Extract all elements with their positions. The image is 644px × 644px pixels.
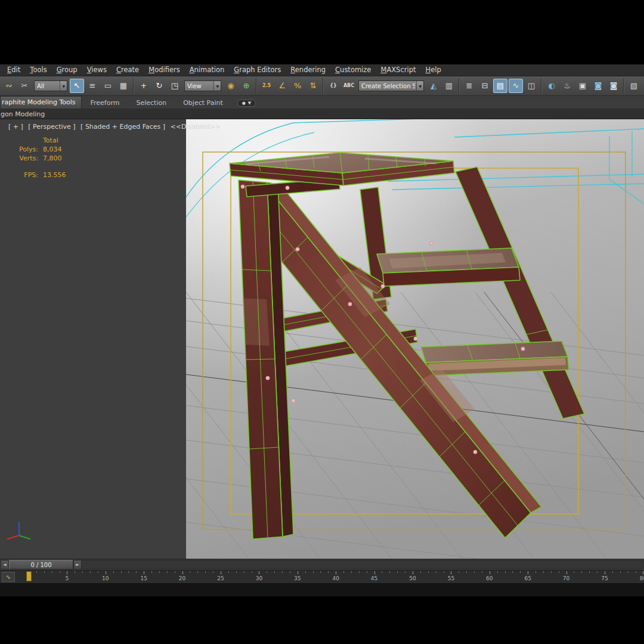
trackbar-tick <box>620 571 621 573</box>
use-pivot-point-button[interactable]: ◉ <box>224 79 238 93</box>
toolbar-separator <box>623 78 624 94</box>
percent-snap-button[interactable]: % <box>290 79 305 93</box>
ribbon-toggle-button[interactable]: ▤ <box>493 79 507 93</box>
menu-item[interactable]: Edit <box>2 64 25 76</box>
named-selection-sets-dropdown-value: Create Selection Se <box>361 83 415 89</box>
align-button[interactable]: ▥ <box>442 79 456 93</box>
ribbon-tab[interactable]: Object Paint <box>175 97 231 109</box>
trackbar-tick <box>128 571 129 573</box>
trackbar-tick <box>397 571 398 573</box>
trackbar-frame-label: 80 <box>640 575 644 581</box>
menu-item[interactable]: Customize <box>330 64 376 76</box>
trackbar-tick <box>60 571 60 573</box>
keyboard-override-button[interactable]: ABC <box>342 79 356 93</box>
main-toolbar: ∾✂All▼↖≡▭▦+↻◳View▼◉⊕2.5∠%⇅{}ABCCreate Se… <box>0 76 644 96</box>
ribbon-tabs: raphite Modeling Tools Freeform Selectio… <box>0 96 231 109</box>
trackbar-tick <box>574 571 574 573</box>
viewport-plus-menu[interactable]: [ + ] <box>8 123 23 131</box>
trackbar-tick <box>67 571 67 574</box>
curve-editor-button[interactable]: ∿ <box>509 79 523 93</box>
trackbar-tick <box>36 571 37 573</box>
reference-coordinate-dropdown[interactable]: View▼ <box>184 80 221 91</box>
menu-item[interactable]: Views <box>82 64 112 76</box>
trackbar-tick <box>213 571 213 573</box>
viewport-pov-menu[interactable]: [ Perspective ] <box>28 123 75 131</box>
snap-toggle-button[interactable]: 2.5 <box>259 79 274 93</box>
menu-item[interactable]: Help <box>420 64 445 76</box>
trackbar-tick <box>90 571 91 573</box>
ribbon-tab[interactable]: raphite Modeling Tools <box>0 96 82 109</box>
rectangular-selection-region-button[interactable]: ▭ <box>101 79 115 93</box>
trackbar-tick <box>636 571 636 573</box>
ribbon-tab[interactable]: Selection <box>128 97 175 109</box>
select-and-link-button[interactable]: ∾ <box>2 79 16 93</box>
menu-item[interactable]: Rendering <box>286 64 330 76</box>
trackbar-frame-label: 25 <box>217 575 224 581</box>
viewport-canvas[interactable] <box>186 119 644 559</box>
unlink-selection-button[interactable]: ✂ <box>17 79 32 93</box>
trackbar-tick <box>374 571 375 574</box>
select-and-scale-button[interactable]: ◳ <box>168 79 182 93</box>
time-slider-track[interactable] <box>82 560 643 569</box>
trackbar-tick <box>98 571 98 573</box>
viewport-shading-menu[interactable]: [ Shaded + Edged Faces ] <box>80 123 165 131</box>
ribbon-options-button[interactable]: ● ▼ <box>237 100 256 107</box>
menu-item[interactable]: MAXScript <box>376 64 420 76</box>
layer-manager-button[interactable]: ≣ <box>462 79 476 93</box>
angle-snap-button[interactable]: ∠ <box>275 79 289 93</box>
trackbar-tick <box>336 571 336 574</box>
extra-tool-button[interactable]: ▧ <box>627 79 641 93</box>
spinner-snap-button[interactable]: ⇅ <box>306 79 320 93</box>
ribbon-tab[interactable]: Freeform <box>82 97 128 109</box>
schematic-view-button[interactable]: ◫ <box>524 79 538 93</box>
ribbon-options-dot-icon: ● <box>242 101 246 106</box>
time-slider-handle[interactable]: 0 / 100 <box>9 560 73 569</box>
perspective-viewport[interactable]: [ + ] [ Perspective ] [ Shaded + Edged F… <box>0 119 644 559</box>
select-and-manipulate-button[interactable]: ⊕ <box>239 79 253 93</box>
trackbar-tick <box>474 571 475 573</box>
named-selection-sets-dropdown[interactable]: Create Selection Se▼ <box>358 80 424 91</box>
previous-frame-button[interactable]: ◄ <box>1 560 9 569</box>
trackbar-ruler[interactable]: 5101520253035404550556065707580 <box>0 571 644 583</box>
track-bar[interactable]: ∿ 5101520253035404550556065707580 <box>0 571 644 584</box>
select-and-move-button[interactable]: + <box>137 79 151 93</box>
trackbar-tick <box>182 571 183 574</box>
trackbar-tick <box>459 571 459 573</box>
select-by-name-button[interactable]: ≡ <box>85 79 100 93</box>
selection-filter-dropdown[interactable]: All▼ <box>34 80 67 91</box>
menu-item[interactable]: Group <box>52 64 82 76</box>
menu-item[interactable]: Graph Editors <box>229 64 286 76</box>
trackbar-tick <box>106 571 106 574</box>
material-editor-button[interactable]: ◐ <box>544 79 559 93</box>
render-iterative-button[interactable]: ◙ <box>606 79 621 93</box>
menu-item[interactable]: Animation <box>185 64 230 76</box>
selection-filter-dropdown-value: All <box>37 83 58 89</box>
trackbar-frame-label: 60 <box>486 575 493 581</box>
mini-curve-editor-button[interactable]: ∿ <box>2 572 15 582</box>
menu-item[interactable]: Tools <box>25 64 51 76</box>
scene-explorer-button[interactable]: ⊟ <box>478 79 492 93</box>
select-and-rotate-button[interactable]: ↻ <box>152 79 166 93</box>
trackbar-tick <box>482 571 482 573</box>
select-object-button[interactable]: ↖ <box>70 79 84 93</box>
window-crossing-toggle[interactable]: ▦ <box>116 79 131 93</box>
trackbar-tick <box>490 571 490 574</box>
edit-named-selection-sets-button[interactable]: {} <box>326 79 340 93</box>
current-frame-marker[interactable] <box>26 571 32 581</box>
render-setup-button[interactable]: ♨ <box>560 79 574 93</box>
render-production-button[interactable]: ◙ <box>591 79 605 93</box>
menu-item[interactable]: Create <box>112 64 144 76</box>
trackbar-tick <box>252 571 252 573</box>
application-window: Edit Tools Group Views Create Modifiers … <box>0 0 644 644</box>
trackbar-tick <box>205 571 206 573</box>
trackbar-tick <box>52 571 52 573</box>
trackbar-tick <box>267 571 267 573</box>
trackbar-tick <box>413 571 413 574</box>
trackbar-tick <box>320 571 321 573</box>
rendered-frame-button[interactable]: ▣ <box>575 79 590 93</box>
ribbon-panel-polygon-modeling[interactable]: gon Modeling <box>0 109 644 119</box>
trackbar-tick <box>44 571 45 573</box>
menu-item[interactable]: Modifiers <box>144 64 185 76</box>
next-frame-button[interactable]: ► <box>73 560 82 569</box>
mirror-button[interactable]: ◭ <box>426 79 441 93</box>
